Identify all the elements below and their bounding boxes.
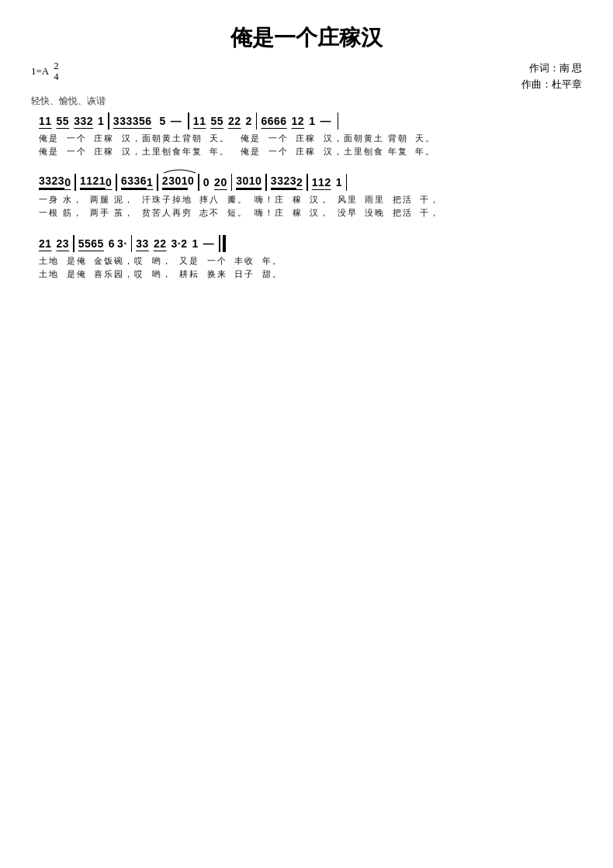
music-row-3: 21 23 5565 6 3 · 33 22 3·2 1 — <box>31 235 582 281</box>
note-group: 2301 <box>162 175 188 190</box>
long-note: — <box>320 115 331 127</box>
lyrics-row2-line1: 一身 水， 两腿 泥， 汗珠子掉地 摔八 瓣。 嗨！庄 稼 汉， 风里 雨里 把… <box>39 193 574 206</box>
note-group: 332 <box>74 115 93 127</box>
lyrics-row3-line1: 土地 是俺 金饭碗，哎 哟， 又是 一个 丰收 年。 <box>39 254 574 268</box>
lyrics-row2-line2: 一根 筋， 两手 茧， 贫苦人再穷 志不 短。 嗨！庄 稼 汉， 没早 没晚 把… <box>39 206 574 220</box>
barline <box>346 174 348 191</box>
lyrics-row1-line1: 俺是 一个 庄稼 汉，面朝黄土背朝 天。 俺是 一个 庄稼 汉，面朝黄土 背朝 … <box>39 132 574 145</box>
note-group: 22 <box>228 115 241 127</box>
note-group: 3010 <box>236 175 261 190</box>
note: 2 <box>296 176 303 188</box>
page-title: 俺是一个庄稼汉 <box>31 23 582 53</box>
meta-row: 1=A 2 4 作词：南 思 作曲：杜平章 <box>31 61 582 93</box>
key-time-signature: 1=A 2 4 <box>31 61 59 83</box>
time-sig-top: 2 <box>54 61 59 71</box>
notation-row-2: 33230 11210 63361 23010 0 20 3010 33232 <box>39 174 574 191</box>
note: 5 <box>160 115 166 127</box>
note-group: 3323 <box>271 175 296 190</box>
note: 1 <box>336 176 342 188</box>
barline <box>231 174 233 191</box>
note-group: 22 <box>154 237 167 250</box>
end-barline <box>219 235 226 252</box>
note: 3 <box>171 237 177 250</box>
note-group: 3323 <box>39 175 64 190</box>
note-group: 55 <box>210 115 223 127</box>
note-group: 6336 <box>121 175 147 190</box>
time-sig-bottom: 4 <box>54 71 59 82</box>
note-group: 23 <box>57 237 70 250</box>
note-group: 11 <box>39 115 52 127</box>
note-group: 33 <box>136 237 149 250</box>
barline <box>198 174 199 191</box>
note: 1 <box>98 115 104 127</box>
note: 0 <box>203 176 210 188</box>
dotted-note: · <box>123 237 126 250</box>
barline <box>306 174 308 191</box>
barline <box>157 174 158 191</box>
note: 3 <box>117 237 123 250</box>
long-note: — <box>203 237 215 250</box>
barline <box>188 112 189 130</box>
lyrics-row3-line2: 土地 是俺 喜乐园，哎 哟， 耕耘 换来 日子 甜。 <box>39 268 574 281</box>
note-group: 5565 <box>78 237 104 250</box>
arc-group: 23010 <box>162 175 194 190</box>
barline <box>73 235 74 252</box>
barline <box>131 235 133 252</box>
barline <box>338 112 339 130</box>
barline <box>116 174 117 191</box>
note-group: 6666 <box>261 115 286 127</box>
note-group: 21 <box>39 237 52 250</box>
music-row-2: 33230 11210 63361 23010 0 20 3010 33232 <box>31 174 582 220</box>
lyricist-label: 作词：南 思 <box>521 61 582 77</box>
barline <box>74 174 76 191</box>
credits: 作词：南 思 作曲：杜平章 <box>521 61 582 93</box>
note-group: 11 <box>193 115 206 127</box>
music-row-1: 11 55 332 1 333356 5 — 11 55 22 2 <box>31 112 582 158</box>
barline <box>108 112 109 130</box>
note-group: 1121 <box>80 175 106 190</box>
note-group: 20 <box>214 176 227 188</box>
notation-row-3: 21 23 5565 6 3 · 33 22 3·2 1 — <box>39 235 574 252</box>
long-note: — <box>171 115 182 127</box>
time-signature: 2 4 <box>54 61 59 83</box>
note-group: 112 <box>312 176 331 188</box>
note: 1 <box>192 237 198 250</box>
note: 1 <box>309 115 315 127</box>
lyrics-row1-line2: 俺是 一个 庄稼 汉，土里刨食年复 年。 俺是 一个 庄稼 汉，土里刨食 年复 … <box>39 145 574 158</box>
note-group: 55 <box>57 115 70 127</box>
key-label: 1=A <box>31 65 49 78</box>
notation-row-1: 11 55 332 1 333356 5 — 11 55 22 2 <box>39 112 574 130</box>
note: 0 <box>188 175 194 187</box>
note: 2 <box>181 237 187 250</box>
tempo-marking: 轻快、愉悦、诙谐 <box>31 95 582 108</box>
page: 俺是一个庄稼汉 1=A 2 4 作词：南 思 作曲：杜平章 轻快、愉悦、诙谐 1… <box>0 0 613 868</box>
note: 0 <box>106 176 112 188</box>
note-group: 12 <box>292 115 305 127</box>
note-group: 333356 <box>113 115 152 127</box>
note: 1 <box>147 176 153 188</box>
composer-label: 作曲：杜平章 <box>521 77 582 93</box>
note: 2 <box>246 115 252 127</box>
note: 0 <box>64 176 71 188</box>
barline <box>256 112 258 130</box>
note: 6 <box>109 237 115 250</box>
barline <box>265 174 267 191</box>
